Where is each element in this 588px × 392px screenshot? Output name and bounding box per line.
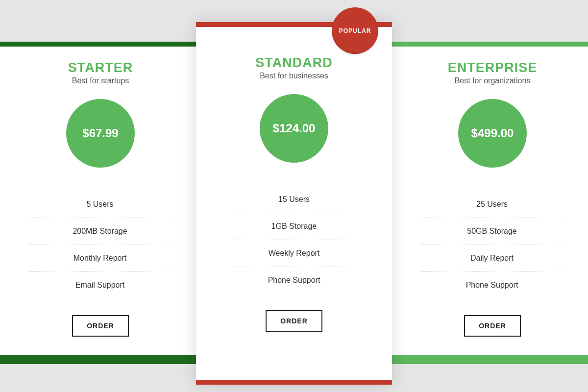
price-badge: $67.99 <box>66 99 135 168</box>
plan-subtitle: Best for organizations <box>424 76 561 85</box>
feature-item: 15 Users <box>234 186 354 213</box>
plan-content: STARTER Best for startups $67.99 5 Users… <box>32 60 169 337</box>
plan-content: STANDARD Best for businesses $124.00 15 … <box>220 55 368 332</box>
plan-subtitle: Best for businesses <box>220 72 368 80</box>
feature-item: 200MB Storage <box>28 218 172 245</box>
feature-list: 25 Users 50GB Storage Daily Report Phone… <box>424 191 561 298</box>
pricing-plan-standard: POPULAR STANDARD Best for businesses $12… <box>196 22 392 385</box>
feature-item: Daily Report <box>420 245 564 272</box>
feature-item: 1GB Storage <box>234 213 354 240</box>
plan-subtitle: Best for startups <box>32 76 169 85</box>
feature-list: 15 Users 1GB Storage Weekly Report Phone… <box>220 186 368 294</box>
order-button[interactable]: ORDER <box>72 315 129 337</box>
feature-list: 5 Users 200MB Storage Monthly Report Ema… <box>32 191 169 298</box>
price-badge: $124.00 <box>260 94 328 163</box>
feature-item: Email Support <box>28 272 172 298</box>
order-button[interactable]: ORDER <box>266 310 322 332</box>
feature-item: Weekly Report <box>234 240 354 267</box>
feature-item: 25 Users <box>420 191 564 218</box>
feature-item: Phone Support <box>234 267 354 294</box>
plan-title: ENTERPRISE <box>424 60 561 75</box>
plan-content: ENTERPRISE Best for organizations $499.0… <box>424 60 561 337</box>
order-button[interactable]: ORDER <box>464 315 521 337</box>
feature-item: Monthly Report <box>28 245 172 272</box>
popular-badge: POPULAR <box>332 7 378 54</box>
price-badge: $499.00 <box>458 99 527 168</box>
plan-title: STANDARD <box>220 55 368 71</box>
feature-item: 50GB Storage <box>420 218 564 245</box>
pricing-plan-enterprise: ENTERPRISE Best for organizations $499.0… <box>392 47 588 355</box>
feature-item: 5 Users <box>28 191 172 218</box>
pricing-plan-starter: STARTER Best for startups $67.99 5 Users… <box>0 47 196 355</box>
plan-title: STARTER <box>32 60 169 75</box>
feature-item: Phone Support <box>420 272 564 298</box>
